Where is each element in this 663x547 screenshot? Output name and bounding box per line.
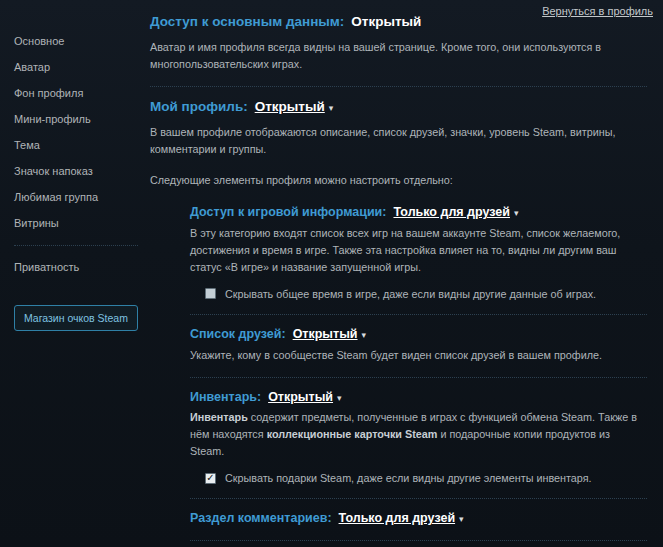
inventory-title: Инвентарь:Открытый▾ <box>190 390 647 406</box>
friends-list-label: Список друзей: <box>190 327 286 341</box>
section-basic-access: Доступ к основным данным:Открытый Аватар… <box>150 14 647 73</box>
hide-playtime-row: ✓ Скрывать общее время в игре, даже если… <box>205 287 647 301</box>
comments-title: Раздел комментариев:Только для друзей▾ <box>190 511 647 527</box>
inventory-description: Инвентарь содержит предметы, полученные … <box>190 409 647 460</box>
section-inventory: Инвентарь:Открытый▾ Инвентарь содержит п… <box>190 390 647 486</box>
inventory-label: Инвентарь: <box>190 390 261 404</box>
chevron-down-icon: ▾ <box>329 103 334 114</box>
sidebar-item-theme[interactable]: Тема <box>14 132 150 158</box>
sidebar-item-showcases[interactable]: Витрины <box>14 210 150 236</box>
section-game-details: Доступ к игровой информации:Только для д… <box>190 205 647 301</box>
profile-subsections: Доступ к игровой информации:Только для д… <box>190 205 647 547</box>
sidebar-item-favorite-group[interactable]: Любимая группа <box>14 184 150 210</box>
game-details-dropdown[interactable]: Только для друзей▾ <box>393 205 518 219</box>
my-profile-description: В вашем профиле отображаются описание, с… <box>150 124 647 158</box>
privacy-settings-content: Доступ к основным данным:Открытый Аватар… <box>150 0 663 547</box>
hide-gifts-label: Скрывать подарки Steam, даже если видны … <box>225 471 592 485</box>
hide-playtime-label: Скрывать общее время в игре, даже если в… <box>225 287 596 301</box>
section-comments: Раздел комментариев:Только для друзей▾ <box>190 511 647 527</box>
sidebar-item-mini-profile[interactable]: Мини-профиль <box>14 106 150 132</box>
my-profile-value: Открытый <box>255 99 325 114</box>
divider <box>150 86 647 87</box>
friends-list-description: Укажите, кому в сообществе Steam будет в… <box>190 347 647 364</box>
game-details-value: Только для друзей <box>393 205 510 219</box>
basic-access-value: Открытый <box>351 14 421 29</box>
divider <box>190 377 647 378</box>
comments-label: Раздел комментариев: <box>190 511 332 525</box>
game-details-label: Доступ к игровой информации: <box>190 205 386 219</box>
sidebar-item-profile-background[interactable]: Фон профиля <box>14 80 150 106</box>
hide-gifts-row: ✓ Скрывать подарки Steam, даже если видн… <box>205 471 647 485</box>
divider <box>190 314 647 315</box>
basic-access-title: Доступ к основным данным:Открытый <box>150 14 647 31</box>
sidebar-item-avatar[interactable]: Аватар <box>14 54 150 80</box>
divider <box>190 498 647 499</box>
sidebar-item-featured-badge[interactable]: Значок напоказ <box>14 158 150 184</box>
chevron-down-icon: ▾ <box>337 393 342 404</box>
divider <box>190 540 647 541</box>
friends-list-value: Открытый <box>293 327 358 341</box>
game-details-title: Доступ к игровой информации:Только для д… <box>190 205 647 221</box>
friends-list-dropdown[interactable]: Открытый▾ <box>293 327 366 341</box>
section-my-profile: Мой профиль:Открытый▾ В вашем профиле от… <box>150 99 647 188</box>
comments-value: Только для друзей <box>339 511 456 525</box>
chevron-down-icon: ▾ <box>514 208 519 219</box>
my-profile-note: Следующие элементы профиля можно настрои… <box>150 172 647 188</box>
game-details-description: В эту категорию входят список всех игр н… <box>190 225 647 276</box>
comments-dropdown[interactable]: Только для друзей▾ <box>339 511 464 525</box>
inventory-dropdown[interactable]: Открытый▾ <box>268 390 341 404</box>
basic-access-label: Доступ к основным данным: <box>150 14 344 29</box>
basic-access-description: Аватар и имя профиля всегда видны на ваш… <box>150 39 647 73</box>
friends-list-title: Список друзей:Открытый▾ <box>190 327 647 343</box>
my-profile-dropdown[interactable]: Открытый▾ <box>255 99 334 114</box>
chevron-down-icon: ▾ <box>362 330 367 341</box>
my-profile-title: Мой профиль:Открытый▾ <box>150 99 647 116</box>
sidebar-item-general[interactable]: Основное <box>14 28 150 54</box>
hide-playtime-checkbox[interactable]: ✓ <box>205 288 216 299</box>
inventory-value: Открытый <box>268 390 333 404</box>
check-icon: ✓ <box>206 473 214 483</box>
points-shop-button[interactable]: Магазин очков Steam <box>14 305 138 331</box>
chevron-down-icon: ▾ <box>459 514 464 525</box>
sidebar: Основное Аватар Фон профиля Мини-профиль… <box>0 0 150 331</box>
my-profile-label: Мой профиль: <box>150 99 248 114</box>
section-friends-list: Список друзей:Открытый▾ Укажите, кому в … <box>190 327 647 364</box>
sidebar-divider <box>14 245 138 246</box>
hide-gifts-checkbox[interactable]: ✓ <box>205 473 216 484</box>
sidebar-item-privacy[interactable]: Приватность <box>14 254 150 280</box>
